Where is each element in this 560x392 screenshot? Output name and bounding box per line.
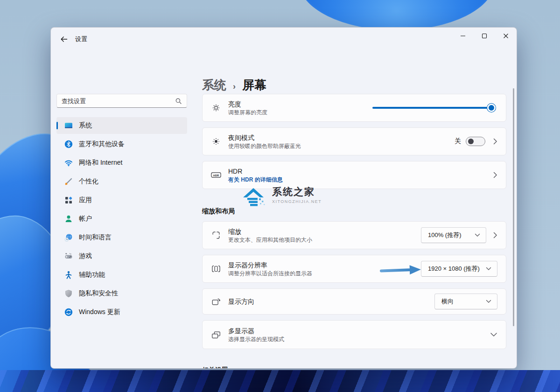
- close-button[interactable]: [495, 28, 517, 44]
- brightness-slider[interactable]: [372, 103, 495, 112]
- row-resolution: 显示器分辨率 调整分辨率以适合所连接的显示器 1920 × 1080 (推荐): [202, 255, 506, 283]
- chevron-down-icon: [490, 332, 497, 337]
- sidebar-item-windows-update[interactable]: Windows 更新: [56, 304, 187, 321]
- multi-display-icon: [210, 329, 222, 340]
- hdr-title: HDR: [228, 167, 493, 175]
- row-night-mode[interactable]: 夜间模式 使用较暖的颜色帮助屏蔽蓝光 关: [202, 127, 506, 155]
- chevron-right-icon: [493, 231, 497, 239]
- chevron-down-icon: [475, 233, 480, 237]
- resolution-value: 1920 × 1080 (推荐): [428, 265, 480, 273]
- network-icon: [64, 158, 73, 168]
- hdr-details-link[interactable]: 有关 HDR 的详细信息: [228, 176, 493, 183]
- sidebar-item-label: 游戏: [79, 252, 92, 260]
- scale-value: 100% (推荐): [428, 231, 462, 239]
- sidebar-item-label: 辅助功能: [79, 271, 105, 279]
- resolution-icon: [210, 264, 222, 274]
- sidebar-nav: 系统 蓝牙和其他设备: [56, 117, 187, 322]
- chevron-down-icon: [486, 267, 491, 271]
- svg-text:HDR: HDR: [213, 174, 219, 177]
- slider-thumb[interactable]: [487, 104, 496, 112]
- sidebar-item-label: Windows 更新: [79, 308, 120, 316]
- annotation-arrow-icon: [379, 264, 422, 278]
- row-scale[interactable]: 缩放 更改文本、应用和其他项目的大小 100% (推荐): [202, 221, 506, 249]
- search-input[interactable]: [57, 98, 175, 105]
- back-arrow-icon: [60, 35, 68, 43]
- sidebar-item-personalization[interactable]: 个性化: [56, 173, 187, 190]
- sidebar-item-label: 个性化: [79, 177, 98, 186]
- brightness-icon: [210, 103, 222, 113]
- sidebar-item-label: 系统: [79, 121, 92, 130]
- sidebar-item-apps[interactable]: 应用: [56, 192, 187, 209]
- breadcrumb-parent[interactable]: 系统: [202, 77, 226, 93]
- maximize-button[interactable]: [474, 28, 495, 44]
- night-mode-state-label: 关: [455, 137, 461, 146]
- scale-dropdown[interactable]: 100% (推荐): [421, 227, 486, 243]
- back-button[interactable]: [57, 33, 70, 45]
- brightness-title: 亮度: [228, 100, 372, 108]
- wallpaper-bloom-top: [299, 0, 495, 30]
- sidebar-item-label: 时间和语言: [79, 233, 112, 242]
- night-mode-title: 夜间模式: [228, 133, 455, 142]
- orientation-icon: [210, 296, 222, 307]
- sidebar-item-accounts[interactable]: 帐户: [56, 210, 187, 227]
- night-mode-subtitle: 使用较暖的颜色帮助屏蔽蓝光: [228, 142, 455, 150]
- scale-icon: [210, 230, 222, 240]
- watermark-site-url: XITONGZHIJIA.NET: [272, 199, 322, 204]
- minimize-button[interactable]: [452, 28, 474, 44]
- multi-display-title: 多显示器: [228, 327, 490, 335]
- sidebar-item-privacy[interactable]: 隐私和安全性: [56, 285, 187, 302]
- titlebar: 设置: [51, 28, 517, 50]
- orientation-value: 横向: [441, 297, 454, 306]
- orientation-dropdown[interactable]: 横向: [434, 294, 497, 309]
- row-orientation: 显示方向 横向: [202, 288, 506, 315]
- resolution-dropdown[interactable]: 1920 × 1080 (推荐): [421, 261, 497, 277]
- section-scale-layout: 缩放和布局: [202, 207, 235, 216]
- accounts-icon: [64, 214, 73, 224]
- scrollbar-thumb[interactable]: [513, 88, 514, 326]
- sidebar-item-label: 隐私和安全性: [79, 289, 118, 298]
- chevron-down-icon: [486, 300, 491, 303]
- row-hdr[interactable]: HDR HDR 有关 HDR 的详细信息: [202, 161, 506, 189]
- privacy-icon: [64, 289, 73, 298]
- sidebar-item-label: 帐户: [79, 215, 92, 223]
- sidebar-item-gaming[interactable]: 游戏: [56, 248, 187, 265]
- sidebar-item-accessibility[interactable]: 辅助功能: [56, 266, 187, 283]
- breadcrumb-separator: ›: [233, 82, 236, 91]
- sidebar-item-system[interactable]: 系统: [56, 117, 187, 134]
- row-multi-display[interactable]: 多显示器 选择显示器的呈现模式: [202, 320, 506, 349]
- hdr-icon: HDR: [210, 170, 222, 180]
- chevron-right-icon: [493, 138, 497, 145]
- breadcrumb: 系统 › 屏幕: [202, 77, 266, 93]
- brightness-subtitle: 调整屏幕的亮度: [228, 109, 372, 116]
- search-box[interactable]: [56, 94, 187, 108]
- close-icon: [503, 33, 509, 39]
- maximize-icon: [481, 33, 488, 39]
- multi-display-subtitle: 选择显示器的呈现模式: [228, 336, 490, 343]
- sidebar-item-label: 应用: [79, 196, 92, 204]
- accessibility-icon: [64, 270, 73, 280]
- selected-accent-bar: [56, 122, 58, 129]
- sidebar-item-time-language[interactable]: 时间和语言: [56, 229, 187, 246]
- windows-update-icon: [64, 308, 73, 317]
- scale-subtitle: 更改文本、应用和其他项目的大小: [228, 236, 421, 244]
- row-brightness: 亮度 调整屏幕的亮度: [202, 94, 506, 122]
- chevron-right-icon: [493, 171, 497, 179]
- apps-icon: [64, 196, 73, 205]
- sidebar-item-label: 网络和 Internet: [79, 159, 122, 167]
- section-related-settings-clipped: 相关设置: [202, 366, 228, 369]
- gaming-icon: [64, 252, 73, 261]
- page-title: 屏幕: [242, 77, 266, 93]
- sidebar-item-network[interactable]: 网络和 Internet: [56, 154, 187, 171]
- bluetooth-icon: [64, 140, 73, 149]
- settings-window: 设置: [50, 27, 517, 369]
- night-mode-toggle[interactable]: [466, 137, 485, 146]
- wallpaper-ribbons-bottom: [0, 370, 560, 392]
- night-light-icon: [210, 136, 222, 147]
- minimize-icon: [460, 33, 466, 39]
- sidebar-item-label: 蓝牙和其他设备: [79, 140, 125, 148]
- orientation-title: 显示方向: [228, 297, 434, 306]
- sidebar-item-bluetooth[interactable]: 蓝牙和其他设备: [56, 136, 187, 153]
- scale-title: 缩放: [228, 227, 421, 236]
- search-icon: [175, 98, 182, 105]
- app-title: 设置: [75, 35, 87, 43]
